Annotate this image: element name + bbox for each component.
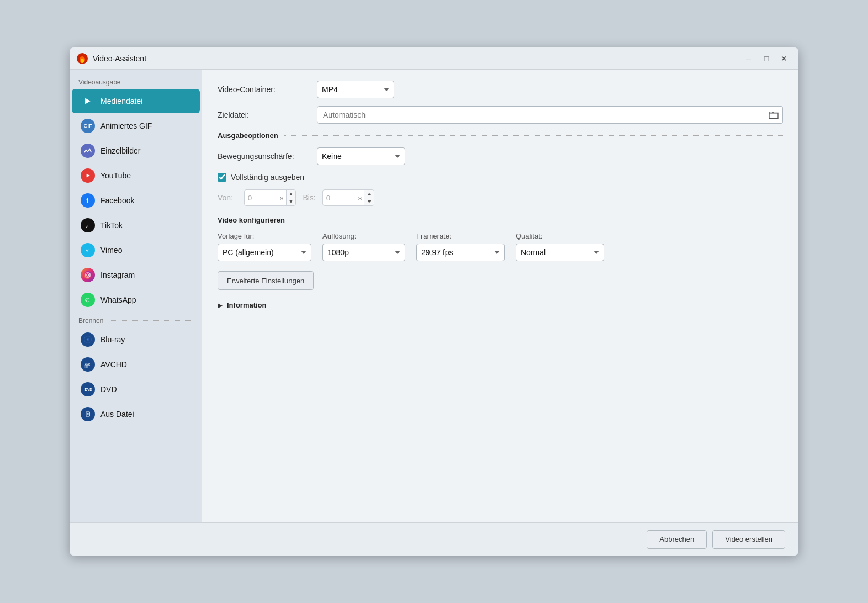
einzelbilder-icon	[81, 144, 95, 158]
sidebar-item-label-bluray: Blu-ray	[100, 335, 125, 344]
information-section: ▶ Information	[218, 301, 783, 309]
app-icon	[76, 52, 88, 65]
video-erstellen-button[interactable]: Video erstellen	[712, 530, 785, 549]
information-label: Information	[227, 301, 267, 309]
qualitaet-select[interactable]: Niedrig Normal Hoch Sehr hoch	[516, 244, 604, 261]
sidebar-item-label-instagram: Instagram	[100, 271, 135, 279]
svg-point-15	[89, 273, 89, 274]
whatsapp-icon: ✆	[81, 293, 95, 307]
zieldatei-input[interactable]	[317, 106, 764, 124]
sidebar-item-youtube[interactable]: YouTube	[72, 163, 200, 188]
footer: Abbrechen Video erstellen	[70, 522, 798, 556]
main-panel: Video-Container: MP4 AVI MOV MKV Zieldat…	[202, 70, 798, 522]
framerate-select[interactable]: 23,976 fps 25 fps 29,97 fps 30 fps 60 fp…	[416, 244, 505, 261]
bis-input[interactable]	[323, 194, 356, 202]
vollstaendig-checkbox[interactable]	[218, 173, 226, 182]
sidebar-item-einzelbilder[interactable]: Einzelbilder	[72, 139, 200, 163]
ausgabeoptionen-divider: Ausgabeoptionen	[218, 131, 783, 140]
video-container-row: Video-Container: MP4 AVI MOV MKV	[218, 81, 783, 98]
maximize-button[interactable]: □	[759, 52, 774, 65]
vollstaendig-row: Vollständig ausgeben	[218, 173, 783, 182]
svg-point-2	[81, 59, 84, 63]
information-toggle[interactable]: ▶	[218, 302, 223, 309]
app-window: Video-Assistent ─ □ ✕ Videoausgabe Medie…	[70, 47, 798, 556]
bis-label: Bis:	[303, 193, 315, 202]
sidebar-item-label-einzelbilder: Einzelbilder	[100, 146, 140, 155]
content-area: Videoausgabe Mediendatei GIF Animiertes …	[70, 70, 798, 522]
information-line	[271, 305, 784, 305]
video-container-label: Video-Container:	[218, 85, 317, 94]
von-input-wrap: s ▲ ▼	[244, 189, 296, 206]
svg-text:✆: ✆	[85, 297, 89, 303]
dvd-icon: DVD	[81, 382, 95, 396]
sidebar-item-dvd[interactable]: DVD DVD	[72, 377, 200, 401]
framerate-label: Framerate:	[416, 232, 505, 240]
close-button[interactable]: ✕	[776, 52, 792, 65]
svg-point-20	[87, 339, 88, 340]
von-bis-row: Von: s ▲ ▼ Bis: s ▲ ▼	[218, 189, 783, 206]
vimeo-icon: V	[81, 243, 95, 257]
von-input[interactable]	[245, 194, 278, 202]
sidebar-item-label-avchd: AVCHD	[100, 360, 127, 369]
sidebar-item-label-facebook: Facebook	[100, 196, 134, 205]
vorlage-col: Vorlage für: PC (allgemein) Mobile TV We…	[218, 232, 311, 261]
folder-browse-button[interactable]	[764, 106, 783, 124]
video-konfigurieren-divider: Video konfigurieren	[218, 216, 783, 224]
framerate-col: Framerate: 23,976 fps 25 fps 29,97 fps 3…	[416, 232, 505, 261]
sidebar-item-ausdatei[interactable]: Aus Datei	[72, 402, 200, 426]
video-konfigurieren-line	[290, 220, 783, 220]
von-spinners: ▲ ▼	[286, 190, 296, 205]
vollstaendig-label[interactable]: Vollständig ausgeben	[231, 173, 304, 182]
sidebar-item-bluray[interactable]: Blu-ray	[72, 327, 200, 352]
von-label: Von:	[218, 193, 237, 202]
window-controls: ─ □ ✕	[741, 52, 792, 65]
sidebar-item-label-gif: Animiertes GIF	[100, 121, 152, 130]
minimize-button[interactable]: ─	[741, 52, 756, 65]
von-spinner-down[interactable]: ▼	[287, 198, 296, 205]
svg-text:DVD: DVD	[84, 388, 92, 392]
video-konfigurieren-label: Video konfigurieren	[218, 216, 285, 224]
svg-text:V: V	[86, 248, 89, 253]
facebook-icon: f	[81, 193, 95, 208]
sidebar-item-label-vimeo: Vimeo	[100, 246, 122, 255]
sidebar-item-animiertesgif[interactable]: GIF Animiertes GIF	[72, 114, 200, 138]
sidebar-section-videoausgabe: Videoausgabe	[70, 74, 202, 88]
sidebar-item-label-whatsapp: WhatsApp	[100, 295, 136, 304]
sidebar-item-tiktok[interactable]: ♪ TikTok	[72, 213, 200, 237]
youtube-icon	[81, 168, 95, 183]
bis-spinner-down[interactable]: ▼	[364, 198, 374, 205]
avchd-icon: AVCHD	[81, 357, 95, 372]
von-unit: s	[278, 194, 286, 202]
abbrechen-button[interactable]: Abbrechen	[647, 530, 707, 549]
bewegungsunschaerfe-select[interactable]: Keine Leicht Mittel Stark	[317, 147, 405, 165]
von-spinner-up[interactable]: ▲	[287, 190, 296, 198]
sidebar-item-vimeo[interactable]: V Vimeo	[72, 238, 200, 262]
aufloesung-select[interactable]: 720p 1080p 1440p 4K	[322, 244, 405, 261]
video-container-select[interactable]: MP4 AVI MOV MKV	[317, 81, 394, 98]
config-selects-row: Vorlage für: PC (allgemein) Mobile TV We…	[218, 232, 783, 261]
sidebar: Videoausgabe Mediendatei GIF Animiertes …	[70, 70, 202, 522]
sidebar-item-label-ausdatei: Aus Datei	[100, 410, 134, 419]
svg-marker-3	[85, 98, 91, 104]
title-bar: Video-Assistent ─ □ ✕	[70, 47, 798, 70]
bluray-icon	[81, 332, 95, 347]
aufloesung-label: Auflösung:	[322, 232, 405, 240]
sidebar-item-facebook[interactable]: f Facebook	[72, 188, 200, 213]
erweiterte-einstellungen-button[interactable]: Erweiterte Einstellungen	[218, 271, 314, 290]
sidebar-item-label-mediendatei: Mediendatei	[100, 97, 142, 105]
sidebar-item-label-youtube: YouTube	[100, 171, 131, 180]
window-title: Video-Assistent	[93, 54, 741, 63]
instagram-icon	[81, 268, 95, 282]
bewegungsunschaerfe-row: Bewegungsunschärfe: Keine Leicht Mittel …	[218, 147, 783, 165]
bis-spinner-up[interactable]: ▲	[364, 190, 374, 198]
sidebar-item-avchd[interactable]: AVCHD AVCHD	[72, 352, 200, 377]
sidebar-item-label-dvd: DVD	[100, 385, 117, 394]
zieldatei-row: Zieldatei:	[218, 106, 783, 124]
sidebar-item-whatsapp[interactable]: ✆ WhatsApp	[72, 288, 200, 312]
zieldatei-label: Zieldatei:	[218, 110, 317, 119]
vorlage-select[interactable]: PC (allgemein) Mobile TV Web	[218, 244, 311, 261]
sidebar-item-mediendatei[interactable]: Mediendatei	[72, 89, 200, 113]
ausdatei-icon	[81, 407, 95, 421]
sidebar-item-instagram[interactable]: Instagram	[72, 263, 200, 287]
bis-spinners: ▲ ▼	[364, 190, 374, 205]
